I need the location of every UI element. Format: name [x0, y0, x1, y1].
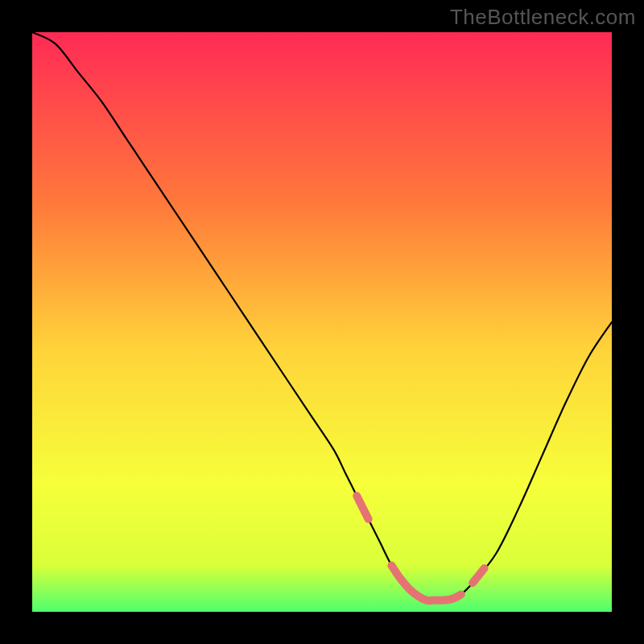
plot-svg [32, 32, 612, 612]
chart-stage: TheBottleneck.com [0, 0, 644, 644]
gradient-background [32, 32, 612, 612]
watermark-text: TheBottleneck.com [450, 5, 636, 30]
bottleneck-plot [32, 32, 612, 612]
